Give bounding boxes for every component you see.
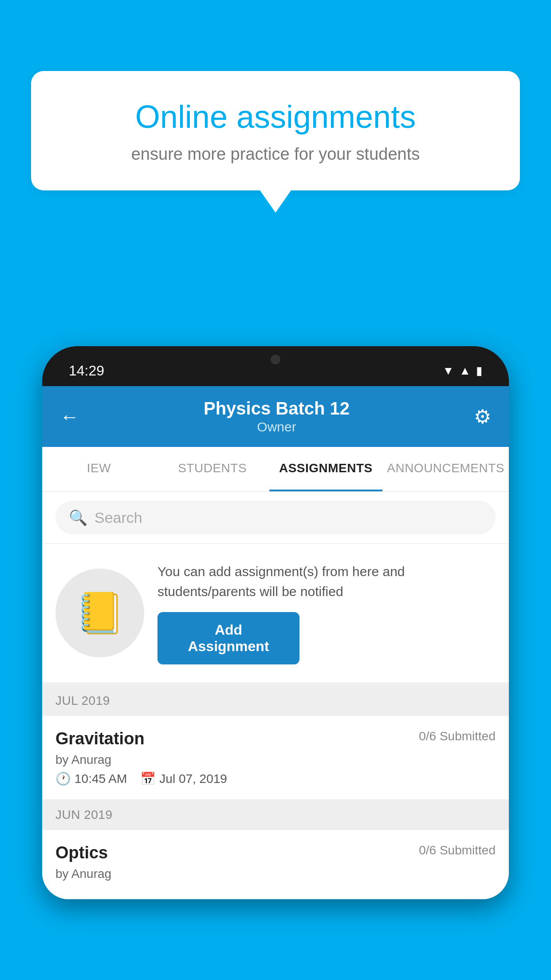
tab-assignments[interactable]: ASSIGNMENTS <box>269 447 383 491</box>
phone-frame: 14:29 ▼ ▲ ▮ ← Physics Batch 12 Owner ⚙ <box>42 346 509 899</box>
app-screen: ← Physics Batch 12 Owner ⚙ IEW STUDENTS … <box>42 386 509 899</box>
signal-icon: ▲ <box>459 364 471 378</box>
speech-bubble-title: Online assignments <box>62 98 489 136</box>
assignment-submitted-gravitation: 0/6 Submitted <box>419 729 496 743</box>
info-description: You can add assignment(s) from here and … <box>157 561 496 601</box>
assignment-by-optics: by Anurag <box>55 867 496 881</box>
status-icons: ▼ ▲ ▮ <box>443 364 482 378</box>
wifi-icon: ▼ <box>443 364 454 378</box>
assignment-optics[interactable]: Optics 0/6 Submitted by Anurag <box>42 830 509 899</box>
app-header: ← Physics Batch 12 Owner ⚙ <box>42 386 509 447</box>
add-assignment-button[interactable]: Add Assignment <box>157 612 299 664</box>
tabs-bar: IEW STUDENTS ASSIGNMENTS ANNOUNCEMENTS <box>42 447 509 492</box>
assignment-gravitation[interactable]: Gravitation 0/6 Submitted by Anurag 🕐 10… <box>42 716 509 800</box>
status-time: 14:29 <box>69 363 104 379</box>
speech-bubble-tail <box>260 190 291 213</box>
calendar-icon: 📅 <box>140 771 156 786</box>
camera <box>271 355 280 364</box>
assignment-title-gravitation: Gravitation <box>55 729 145 748</box>
back-button[interactable]: ← <box>60 406 79 428</box>
info-section: 📒 You can add assignment(s) from here an… <box>42 544 509 686</box>
gear-icon[interactable]: ⚙ <box>474 405 491 428</box>
phone-notch <box>236 346 315 373</box>
assignment-title-optics: Optics <box>55 843 108 862</box>
assignment-meta-gravitation: 🕐 10:45 AM 📅 Jul 07, 2019 <box>55 771 496 786</box>
info-right: You can add assignment(s) from here and … <box>157 561 496 664</box>
tab-students[interactable]: STUDENTS <box>156 447 269 491</box>
status-bar: 14:29 ▼ ▲ ▮ <box>42 346 509 386</box>
search-icon: 🔍 <box>69 509 87 526</box>
speech-bubble: Online assignments ensure more practice … <box>31 71 520 190</box>
assignment-row-top: Gravitation 0/6 Submitted <box>55 729 496 748</box>
header-title-block: Physics Batch 12 Owner <box>204 399 350 435</box>
assignment-icon-circle: 📒 <box>55 569 144 657</box>
phone-wrapper: 14:29 ▼ ▲ ▮ ← Physics Batch 12 Owner ⚙ <box>42 346 509 980</box>
month-jul-2019: JUL 2019 <box>42 686 509 716</box>
speech-bubble-subtitle: ensure more practice for your students <box>62 145 489 164</box>
tab-iew[interactable]: IEW <box>42 447 156 491</box>
month-jun-2019: JUN 2019 <box>42 800 509 830</box>
search-container: 🔍 Search <box>42 492 509 544</box>
search-placeholder-text: Search <box>94 509 142 526</box>
notebook-icon: 📒 <box>75 590 125 636</box>
speech-bubble-wrapper: Online assignments ensure more practice … <box>31 71 520 213</box>
assignment-date: 📅 Jul 07, 2019 <box>140 771 227 786</box>
assignment-by-gravitation: by Anurag <box>55 753 496 767</box>
assignment-date-value: Jul 07, 2019 <box>159 772 227 786</box>
search-bar[interactable]: 🔍 Search <box>55 501 496 534</box>
tab-announcements[interactable]: ANNOUNCEMENTS <box>382 447 509 491</box>
optics-row-top: Optics 0/6 Submitted <box>55 843 496 862</box>
battery-icon: ▮ <box>476 364 482 378</box>
assignment-time-value: 10:45 AM <box>75 772 127 786</box>
batch-title: Physics Batch 12 <box>204 399 350 419</box>
assignment-submitted-optics: 0/6 Submitted <box>419 843 496 858</box>
assignment-time: 🕐 10:45 AM <box>55 771 127 786</box>
clock-icon: 🕐 <box>55 771 71 786</box>
batch-subtitle: Owner <box>204 419 350 435</box>
